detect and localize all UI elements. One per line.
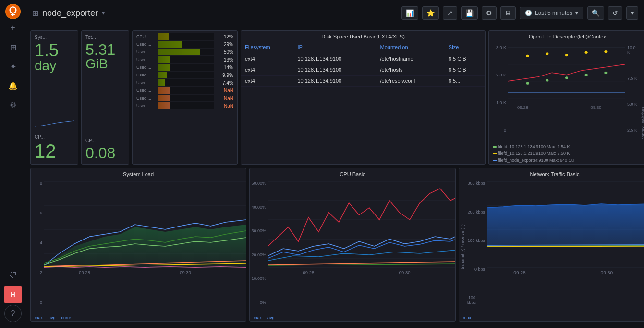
y-left-mid: 2.0 K [496,73,506,77]
bar-rows-container: CPU ... 12% Used ... 29% Used ... 50% Us… [134,33,235,110]
open-file-panel: Open File Descriptor(left)/Contex... 3.0… [488,30,644,165]
disk-table: Filesystem IP Mounted on Size ext4 10.12… [241,41,485,87]
cpu-footer-max: max [254,315,262,320]
tv-mode-button[interactable]: 🖥 [500,6,516,20]
svg-point-10 [565,76,568,79]
bar-segment [158,49,200,55]
network-axis-label: transmit (-) / receive (+) [459,179,466,315]
main-content: Sys... 1.5 day CP... 12 Tot... 5.31 GiB [26,26,644,328]
legend-green-label: filefd_10.128.1.134:9100 Max: 1.54 K [498,144,570,149]
bar-row-pct: NaN [216,103,233,109]
help-icon[interactable]: ? [4,305,22,322]
time-range-picker[interactable]: 🕐 Last 5 minutes ▾ [520,7,583,19]
disk-table-scroll[interactable]: Filesystem IP Mounted on Size ext4 10.12… [241,41,485,164]
bar-segment [158,95,170,101]
bar-row-pct: 14% [216,65,233,70]
refresh-button[interactable]: ↺ [608,6,622,20]
bar-row-pct: 12% [216,34,233,39]
alert-icon[interactable]: 🔔 [4,77,22,94]
system-load-footer: max avg curre... [31,315,246,321]
add-panel-button[interactable]: 📊 [401,6,418,20]
legend-yellow-label: filefd_10.128.1.211:9100 Max: 2.50 K [498,151,570,156]
cpu-usage-value: 0.08 [85,145,125,161]
bar-row: Used ... 14% [134,63,235,71]
col-ip[interactable]: IP [293,41,376,53]
sl-y-6: 6 [40,211,42,215]
bar-row-pct: 7.4% [216,80,233,86]
net-y-0: 0 bps [474,267,485,272]
cell-filesystem: ext4 [241,76,293,87]
bar-row-label: CPU ... [136,34,157,39]
cpu-y-20: 20.00% [251,252,266,257]
net-footer-max: max [463,315,471,320]
zoom-out-button[interactable]: 🔍 [587,6,604,20]
bar-row-bar [158,56,214,63]
sl-footer-max: max [35,315,43,320]
network-traffic-title: Network Traffic Basic [459,168,644,179]
shield-icon[interactable]: 🛡 [4,266,22,284]
legend-dot-blue [493,160,497,161]
col-mounted[interactable]: Mounted on [377,41,445,53]
total-mem-value: 5.31 GiB [85,42,125,71]
svg-text:09:30: 09:30 [399,270,411,275]
bar-row-bar [158,79,214,86]
bar-row-bar [158,41,214,48]
bottom-charts-row: System Load 8 6 4 2 0 [30,168,644,322]
bar-segment [158,33,169,40]
svg-point-14 [546,52,548,55]
settings-icon[interactable]: ⚙ [4,96,22,114]
add-icon[interactable]: + [4,19,22,37]
bar-row: CPU ... 12% [134,33,235,40]
total-mem-panel: Tot... 5.31 GiB CP... 0.08 [81,30,129,165]
bar-row: Used ... 7.4% [134,79,235,87]
svg-point-12 [604,72,607,74]
table-row: ext4 10.128.1.134:9100 /etc/hostname 6.5… [241,53,485,64]
net-y-200: 200 kbps [467,210,485,214]
y-left-max: 3.0 K [496,45,506,50]
col-filesystem[interactable]: Filesystem [241,41,293,53]
bar-row-label: Used ... [136,57,157,62]
y-right-3: 2.5 K [627,128,637,133]
sys-uptime-unit: day [35,59,74,73]
sl-y-0: 0 [40,300,42,305]
dashboard-grid: Sys... 1.5 day CP... 12 Tot... 5.31 GiB [30,30,640,322]
sl-y-2: 2 [40,270,42,275]
cpu-cores-label: CP... [35,134,74,139]
system-load-title: System Load [31,168,246,179]
cpu-usage-label: CP... [85,138,125,143]
more-options-button[interactable]: ▾ [626,6,638,20]
cpu-y-40: 40.00% [251,205,266,210]
disk-table-title: Disk Space Used Basic(EXT4/XFS) [241,31,485,41]
bar-row-bar [158,87,214,94]
svg-point-15 [565,54,568,56]
cpu-y-50: 50.00% [251,181,266,186]
bar-segment [158,41,182,48]
bar-row-pct: 13% [216,57,233,63]
bar-row-pct: 9.9% [216,73,233,78]
bar-row-pct: NaN [216,88,233,93]
save-button[interactable]: 💾 [461,6,478,20]
open-file-chart-area: 3.0 K 2.0 K 1.0 K 0 [489,41,644,142]
sys-uptime-panel: Sys... 1.5 day CP... 12 [30,30,78,165]
col-size[interactable]: Size [445,41,485,53]
svg-text:09:30: 09:30 [591,105,602,109]
title-dropdown-icon[interactable]: ▾ [102,10,105,16]
share-button[interactable]: ↗ [443,6,457,20]
sl-y-8: 8 [40,181,42,186]
explore-icon[interactable]: ✦ [4,58,22,75]
bar-row-pct: NaN [216,96,233,101]
cell-size: 6.5 GiB [445,64,485,76]
dashboard-icon[interactable]: ⊞ [4,38,22,56]
bar-row-bar [158,49,214,55]
sys-uptime-value: 1.5 [35,42,74,59]
time-range-label: Last 5 minutes [535,10,572,16]
star-button[interactable]: ⭐ [422,6,439,20]
user-icon[interactable]: H [4,286,22,303]
bar-row-label: Used ... [136,42,157,47]
settings-button[interactable]: ⚙ [482,6,497,20]
cpu-y-30: 30.00% [251,228,266,233]
grafana-logo[interactable] [5,4,21,19]
bar-row: Used ... NaN [134,94,235,102]
cell-mounted: /etc/hostname [377,53,445,64]
title-text: node_exporter [42,8,98,18]
